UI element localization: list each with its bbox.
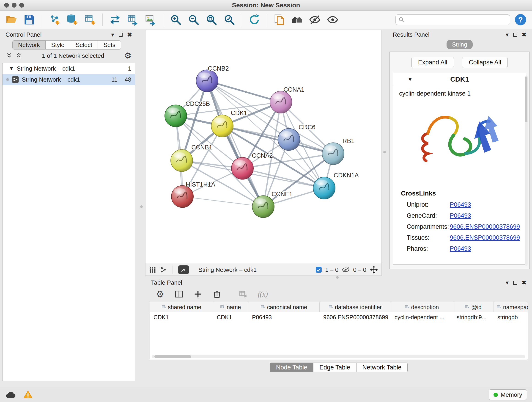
cloud-icon[interactable] <box>5 390 16 399</box>
crosslink-value[interactable]: 9606.ENSP00000378699 <box>450 223 520 230</box>
hide-selected-button[interactable] <box>308 12 322 27</box>
crosslink-value[interactable]: 9606.ENSP00000378699 <box>450 234 520 241</box>
results-scrollbar[interactable] <box>525 76 528 266</box>
import-network-button[interactable] <box>47 12 62 27</box>
grid-view-icon[interactable] <box>149 266 156 274</box>
panel-float-icon[interactable] <box>119 33 123 37</box>
toolbar-separator <box>242 13 242 26</box>
search-field[interactable] <box>395 14 510 25</box>
apply-layout-button[interactable] <box>247 12 262 27</box>
column-header[interactable]: @id <box>453 302 494 312</box>
show-all-networks-button[interactable] <box>290 12 304 27</box>
column-header[interactable]: name <box>213 302 248 312</box>
maximize-window-button[interactable] <box>19 3 24 7</box>
panel-collapse-icon[interactable]: ▾ <box>506 32 509 38</box>
hidden-eye-icon[interactable] <box>342 267 350 273</box>
export-network-button[interactable] <box>108 12 122 27</box>
save-session-button[interactable] <box>22 12 37 27</box>
import-table-icon <box>84 13 96 26</box>
help-button[interactable]: ? <box>513 12 528 27</box>
column-header[interactable]: description <box>391 302 453 312</box>
zoom-out-icon <box>188 14 200 26</box>
zoom-fit-button[interactable] <box>204 12 219 27</box>
memory-button[interactable]: Memory <box>489 389 527 400</box>
crosslink-value[interactable]: P06493 <box>450 245 471 252</box>
zoom-fit-icon <box>206 14 217 26</box>
birds-eye-view-icon[interactable] <box>160 266 167 274</box>
network-collection-row[interactable]: ▼ String Network – cdk1 1 <box>2 63 135 74</box>
search-input[interactable] <box>407 16 507 24</box>
splitter-handle[interactable] <box>140 205 143 208</box>
tab-sets[interactable]: Sets <box>98 40 121 50</box>
show-hidden-button[interactable] <box>326 12 340 27</box>
expand-all-icon[interactable] <box>16 52 22 59</box>
collapse-entry-icon[interactable]: ▼ <box>407 76 413 83</box>
selected-checkbox-icon[interactable] <box>316 267 322 273</box>
add-column-icon[interactable] <box>194 290 202 298</box>
tab-select[interactable]: Select <box>70 40 98 50</box>
string-tab-badge[interactable]: String <box>447 40 472 49</box>
tree-expand-icon[interactable]: ▼ <box>9 65 14 71</box>
panel-close-icon[interactable]: ✖ <box>522 32 526 38</box>
column-header[interactable]: namespac <box>494 302 528 312</box>
splitter-handle[interactable] <box>336 276 339 279</box>
node-name: CDK1 <box>450 75 469 83</box>
tab-network[interactable]: Network <box>12 40 46 50</box>
detach-view-button[interactable] <box>178 265 189 274</box>
close-window-button[interactable] <box>4 3 9 7</box>
network-edge[interactable] <box>182 197 263 207</box>
control-panel: Control Panel ▾ ✖ NetworkStyleSelectSets… <box>2 30 135 381</box>
pan-crosshair-icon[interactable] <box>370 265 378 274</box>
gear-icon[interactable]: ⚙ <box>124 51 132 60</box>
crosslink-value[interactable]: P06493 <box>450 212 471 219</box>
column-header[interactable]: shared name <box>150 302 213 312</box>
zoom-in-button[interactable] <box>168 12 183 27</box>
tab-style[interactable]: Style <box>46 40 70 50</box>
function-builder-icon: f(x) <box>258 290 268 298</box>
network-edge[interactable] <box>207 81 263 207</box>
zoom-in-icon <box>170 14 182 26</box>
hidden-node-edge-count: 0 – 0 <box>353 266 366 274</box>
tab-node-table[interactable]: Node Table <box>270 363 313 372</box>
tab-edge-table[interactable]: Edge Table <box>313 363 356 372</box>
zoom-selected-button[interactable] <box>222 12 237 27</box>
table-settings-gear-icon[interactable]: ⚙ <box>156 289 164 299</box>
collapse-all-icon[interactable] <box>6 52 12 59</box>
delete-column-icon[interactable] <box>212 289 222 299</box>
expand-all-button[interactable]: Expand All <box>412 57 454 68</box>
column-header[interactable]: database identifier <box>320 302 391 312</box>
panel-collapse-icon[interactable]: ▾ <box>506 280 509 286</box>
import-database-button[interactable] <box>65 12 80 27</box>
zoom-out-button[interactable] <box>186 12 201 27</box>
copy-network-button[interactable] <box>272 12 287 27</box>
panel-close-icon[interactable]: ✖ <box>522 280 526 286</box>
svg-text:?: ? <box>518 16 523 24</box>
panel-float-icon[interactable] <box>513 33 517 37</box>
network-canvas[interactable]: CCNB2CCNA1CDC25BCDK1CDC6RB1CCNB1CCNA2CDK… <box>145 30 382 264</box>
splitter-handle[interactable] <box>383 151 386 153</box>
export-image-button[interactable] <box>143 12 158 27</box>
toolbar-separator <box>102 13 103 26</box>
network-edge[interactable] <box>207 81 281 102</box>
import-table-button[interactable] <box>83 12 97 27</box>
table-h-scrollbar[interactable] <box>152 355 525 358</box>
column-header[interactable]: canonical name <box>248 302 320 312</box>
table-row[interactable]: CDK1CDK1P064939606.ENSP00000378699cyclin… <box>150 312 528 322</box>
table-cell: stringdb:9... <box>453 312 494 322</box>
network-row-selected[interactable]: String Network – cdk1 11 48 <box>2 74 135 85</box>
panel-close-icon[interactable]: ✖ <box>127 32 132 38</box>
warning-icon[interactable] <box>23 390 33 400</box>
open-session-button[interactable] <box>4 12 19 27</box>
minimize-window-button[interactable] <box>12 3 17 7</box>
show-columns-icon[interactable] <box>174 289 184 299</box>
save-icon <box>23 14 35 26</box>
collapse-all-button[interactable]: Collapse All <box>462 57 508 68</box>
panel-collapse-icon[interactable]: ▾ <box>111 32 114 38</box>
export-image-icon <box>145 13 157 26</box>
network-graph[interactable]: CCNB2CCNA1CDC25BCDK1CDC6RB1CCNB1CCNA2CDK… <box>146 30 381 264</box>
crosslink-value[interactable]: P06493 <box>450 201 471 208</box>
network-edge[interactable] <box>222 126 333 154</box>
panel-float-icon[interactable] <box>513 281 517 285</box>
tab-network-table[interactable]: Network Table <box>356 363 408 372</box>
export-table-button[interactable] <box>126 12 140 27</box>
